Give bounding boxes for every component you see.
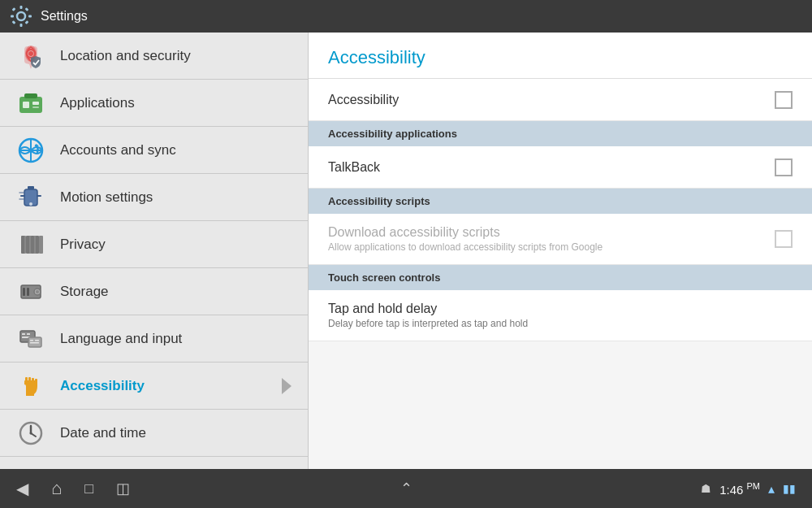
- accessibility-row-text: Accessibility: [328, 93, 765, 107]
- svg-rect-13: [24, 93, 37, 98]
- svg-rect-37: [23, 288, 25, 296]
- sidebar-label-storage: Storage: [60, 284, 109, 300]
- tap-hold-text: Tap and hold delay Delay before tap is i…: [328, 302, 793, 329]
- svg-rect-1: [20, 6, 23, 9]
- accessibility-checkbox[interactable]: [775, 91, 793, 109]
- sidebar-item-accounts[interactable]: Accounts and sync: [0, 127, 308, 174]
- svg-rect-33: [26, 236, 29, 254]
- tap-hold-row[interactable]: Tap and hold delay Delay before tap is i…: [309, 290, 812, 341]
- svg-rect-14: [23, 102, 29, 108]
- talkback-row-text: TalkBack: [328, 160, 765, 175]
- svg-rect-38: [27, 288, 29, 296]
- status-bar: ☗ 1:46 PM ▴ ▮▮: [701, 481, 796, 497]
- talkback-row[interactable]: TalkBack: [309, 146, 812, 189]
- svg-rect-22: [28, 186, 34, 189]
- download-scripts-row[interactable]: Download accessibility scripts Allow app…: [309, 214, 812, 265]
- svg-rect-42: [22, 333, 25, 335]
- svg-rect-3: [11, 15, 14, 18]
- svg-point-23: [29, 202, 32, 206]
- svg-rect-15: [32, 102, 39, 105]
- center-button[interactable]: ⌃: [400, 480, 412, 497]
- svg-rect-8: [12, 20, 16, 24]
- section-header-touch: Touch screen controls: [309, 265, 812, 290]
- language-icon: [16, 324, 45, 354]
- svg-rect-35: [36, 236, 39, 254]
- nav-buttons: ◀ ⌂ □ ◫: [16, 478, 130, 499]
- section-header-accessibility-scripts: Accessibility scripts: [309, 189, 812, 214]
- download-scripts-subtitle: Allow applications to download accessibi…: [328, 241, 765, 253]
- back-button[interactable]: ◀: [16, 479, 28, 498]
- time-display: 1:46 PM: [719, 481, 760, 497]
- svg-point-0: [17, 12, 25, 20]
- download-scripts-title: Download accessibility scripts: [328, 225, 765, 240]
- svg-point-40: [36, 290, 39, 293]
- download-scripts-text: Download accessibility scripts Allow app…: [328, 225, 765, 253]
- sidebar-label-privacy: Privacy: [60, 237, 106, 253]
- screenshot-button[interactable]: ◫: [116, 480, 130, 497]
- tap-hold-title: Tap and hold delay: [328, 302, 793, 316]
- sidebar-item-motion[interactable]: Motion settings: [0, 174, 308, 221]
- svg-rect-2: [20, 24, 23, 27]
- recent-apps-button[interactable]: □: [84, 480, 93, 497]
- top-bar: Settings: [0, 0, 812, 33]
- sidebar-item-location[interactable]: Location and security: [0, 33, 308, 80]
- signal-icon: ▮▮: [783, 482, 796, 495]
- svg-rect-4: [28, 15, 32, 18]
- sidebar-item-datetime[interactable]: Date and time: [0, 410, 308, 457]
- svg-point-52: [30, 432, 32, 434]
- svg-rect-43: [27, 333, 30, 335]
- storage-icon: [16, 277, 45, 306]
- location-icon: [16, 41, 45, 71]
- svg-rect-34: [31, 236, 34, 254]
- svg-rect-7: [25, 7, 29, 11]
- sidebar-item-accessibility[interactable]: Accessibility: [0, 363, 308, 410]
- tap-hold-subtitle: Delay before tap is interpreted as tap a…: [328, 318, 793, 329]
- sidebar-label-applications: Applications: [60, 95, 135, 111]
- sidebar-item-language[interactable]: Language and input: [0, 315, 308, 363]
- sidebar-label-datetime: Date and time: [60, 425, 146, 441]
- home-button[interactable]: ⌂: [51, 478, 62, 499]
- wifi-icon: ▴: [768, 481, 775, 497]
- applications-icon: [16, 89, 45, 118]
- svg-rect-16: [32, 106, 39, 108]
- sidebar-label-location: Location and security: [60, 48, 191, 64]
- section-header-accessibility-apps: Accessibility applications: [309, 121, 812, 146]
- content-panel: Accessibility Accessibility Accessibilit…: [309, 33, 812, 469]
- main-area: Location and security Applications: [0, 33, 812, 469]
- bottom-bar: ◀ ⌂ □ ◫ ⌃ ☗ 1:46 PM ▴ ▮▮: [0, 469, 812, 508]
- sidebar-label-motion: Motion settings: [60, 189, 153, 206]
- sidebar-label-accessibility: Accessibility: [60, 378, 145, 394]
- sidebar-item-about[interactable]: i About tablet: [0, 457, 308, 469]
- sidebar-item-privacy[interactable]: Privacy: [0, 221, 308, 268]
- collapse-arrow-icon: [282, 378, 292, 394]
- svg-rect-47: [35, 340, 39, 341]
- accounts-icon: [16, 136, 45, 165]
- accessibility-icon: [16, 371, 45, 401]
- sidebar-item-applications[interactable]: Applications: [0, 80, 308, 127]
- talkback-title: TalkBack: [328, 160, 765, 175]
- android-icon: ☗: [701, 482, 711, 495]
- sidebar-label-language: Language and input: [60, 331, 182, 347]
- datetime-icon: [16, 419, 45, 448]
- svg-rect-6: [25, 20, 29, 24]
- talkback-checkbox[interactable]: [775, 158, 793, 176]
- accessibility-row[interactable]: Accessibility: [309, 79, 812, 121]
- svg-point-11: [28, 51, 33, 56]
- sidebar-label-accounts: Accounts and sync: [60, 142, 176, 158]
- sidebar-item-storage[interactable]: Storage: [0, 268, 308, 315]
- svg-rect-5: [12, 7, 16, 11]
- svg-rect-31: [39, 236, 43, 254]
- app-title: Settings: [41, 9, 88, 24]
- sidebar: Location and security Applications: [0, 33, 309, 469]
- svg-rect-32: [21, 236, 24, 254]
- privacy-icon: [16, 230, 45, 259]
- content-title: Accessibility: [309, 33, 812, 79]
- settings-icon: [10, 5, 32, 28]
- download-scripts-checkbox[interactable]: [775, 230, 793, 248]
- accessibility-row-title: Accessibility: [328, 93, 765, 107]
- motion-icon: [16, 183, 45, 212]
- svg-rect-48: [30, 342, 39, 344]
- svg-rect-46: [30, 340, 33, 341]
